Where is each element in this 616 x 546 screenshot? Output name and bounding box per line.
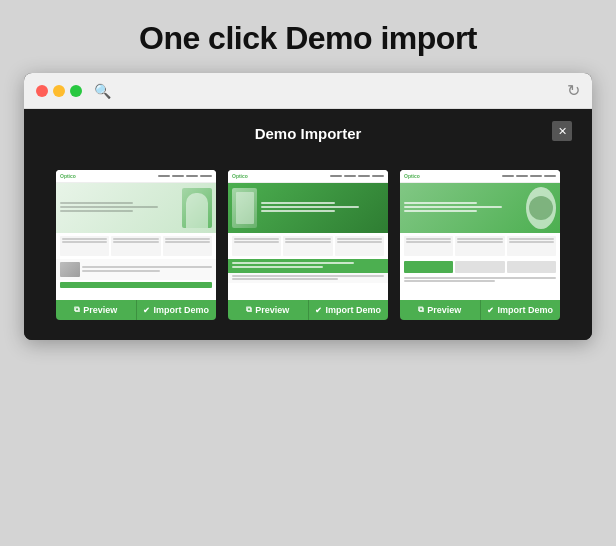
- minimize-dot[interactable]: [53, 85, 65, 97]
- import-check-icon-2: ✔: [315, 306, 322, 315]
- browser-window: 🔍 ↻ Demo Importer ✕ Optico: [24, 73, 592, 340]
- preview-icon: ⧉: [74, 305, 80, 315]
- thumb-2-nav: [330, 175, 384, 177]
- refresh-icon[interactable]: ↻: [567, 81, 580, 100]
- demo-1-buttons: ⧉ Preview ✔ Import Demo: [56, 300, 216, 320]
- demo-3-buttons: ⧉ Preview ✔ Import Demo: [400, 300, 560, 320]
- demo-card-3: Optico: [400, 170, 560, 320]
- browser-toolbar: 🔍 ↻: [24, 73, 592, 109]
- browser-dots: [36, 85, 82, 97]
- thumb-3-logo: Optico: [404, 173, 420, 179]
- thumb-1-nav: [158, 175, 212, 177]
- demo-2-import-button[interactable]: ✔ Import Demo: [309, 300, 389, 320]
- import-check-icon: ✔: [143, 306, 150, 315]
- preview-icon-3: ⧉: [418, 305, 424, 315]
- demo-importer-header: Demo Importer ✕: [44, 125, 572, 156]
- demo-1-import-button[interactable]: ✔ Import Demo: [137, 300, 217, 320]
- maximize-dot[interactable]: [70, 85, 82, 97]
- demo-card-1: Optico: [56, 170, 216, 320]
- thumb-2-logo: Optico: [232, 173, 248, 179]
- demo-importer-close-button[interactable]: ✕: [552, 121, 572, 141]
- demo-1-preview-button[interactable]: ⧉ Preview: [56, 300, 137, 320]
- demos-grid: Optico: [44, 170, 572, 320]
- thumb-3-nav: [502, 175, 556, 177]
- demo-3-import-button[interactable]: ✔ Import Demo: [481, 300, 561, 320]
- browser-content: Demo Importer ✕ Optico: [24, 109, 592, 340]
- demo-2-thumbnail: Optico: [228, 170, 388, 300]
- demo-3-preview-button[interactable]: ⧉ Preview: [400, 300, 481, 320]
- preview-icon-2: ⧉: [246, 305, 252, 315]
- close-dot[interactable]: [36, 85, 48, 97]
- demo-importer-title: Demo Importer: [255, 125, 362, 142]
- demo-3-thumbnail: Optico: [400, 170, 560, 300]
- demo-2-preview-button[interactable]: ⧉ Preview: [228, 300, 309, 320]
- import-check-icon-3: ✔: [487, 306, 494, 315]
- search-icon: 🔍: [94, 83, 111, 99]
- thumb-1-logo: Optico: [60, 173, 76, 179]
- page-title: One click Demo import: [139, 20, 477, 57]
- demo-card-2: Optico: [228, 170, 388, 320]
- demo-1-thumbnail: Optico: [56, 170, 216, 300]
- demo-2-buttons: ⧉ Preview ✔ Import Demo: [228, 300, 388, 320]
